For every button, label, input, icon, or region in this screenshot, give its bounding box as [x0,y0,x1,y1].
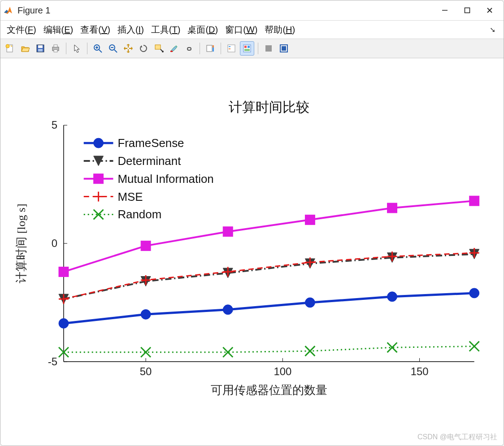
svg-rect-30 [229,48,230,49]
maximize-button[interactable] [456,3,478,17]
toolbar [0,39,504,58]
svg-text:0: 0 [52,237,57,249]
series-FrameSense [59,288,479,328]
menu-tools[interactable]: 工具(T) [148,23,183,37]
hide-tools-icon[interactable] [262,42,275,55]
svg-text:Determinant: Determinant [117,155,181,167]
svg-text:150: 150 [411,365,429,377]
figure-window: Figure 1 文件(F) 编辑(E) 查看(V) 插入(I) 工具(T) 桌… [0,0,504,446]
svg-point-60 [469,288,479,298]
colorbar-icon[interactable] [204,42,217,55]
menu-file[interactable]: 文件(F) [4,23,39,37]
svg-text:100: 100 [274,365,291,377]
svg-rect-72 [469,196,479,206]
svg-rect-68 [141,241,151,251]
minimize-button[interactable] [434,3,456,17]
svg-point-98 [94,138,104,148]
save-icon[interactable] [34,42,47,55]
svg-point-57 [223,305,233,315]
window-title: Figure 1 [17,5,434,16]
pointer-icon[interactable] [70,42,83,55]
data-cursor-icon[interactable] [152,42,165,55]
titlebar: Figure 1 [0,0,504,21]
toolbar-separator [258,43,258,54]
svg-rect-34 [244,49,250,51]
svg-text:-5: -5 [48,355,57,368]
svg-point-58 [305,298,315,307]
new-figure-icon[interactable] [3,42,17,55]
pan-icon[interactable] [122,42,135,55]
svg-text:可用传感器位置的数量: 可用传感器位置的数量 [211,384,327,397]
toolbar-separator [221,43,221,54]
svg-rect-37 [282,46,286,51]
svg-rect-9 [38,49,43,52]
menu-edit[interactable]: 编辑(E) [41,23,76,37]
menu-insert[interactable]: 插入(I) [115,23,147,37]
menu-help[interactable]: 帮助(H) [262,23,298,37]
svg-text:FrameSense: FrameSense [117,137,184,149]
svg-rect-35 [265,45,272,52]
svg-text:50: 50 [140,365,152,377]
svg-point-23 [162,51,164,52]
toolbar-separator [87,43,87,54]
svg-text:计算时间 [log s]: 计算时间 [log s] [15,204,28,283]
open-icon[interactable] [18,42,32,55]
menu-window[interactable]: 窗口(W) [222,23,260,37]
svg-rect-24 [170,51,173,52]
svg-rect-25 [207,45,212,52]
svg-line-14 [99,50,102,52]
svg-rect-70 [305,215,315,225]
series-Random [59,342,479,357]
axes-area[interactable]: 计算时间比较50100150-505可用传感器位置的数量计算时间 [log s]… [0,58,504,446]
print-icon[interactable] [49,42,62,55]
svg-rect-1 [465,8,470,13]
legend-icon[interactable] [225,42,238,55]
svg-rect-21 [155,45,161,49]
svg-rect-69 [223,227,233,237]
legend[interactable]: FrameSenseDeterminantMutual InformationM… [84,137,214,221]
svg-point-55 [59,318,69,328]
svg-rect-71 [387,203,397,213]
toolbar-separator [66,43,66,54]
svg-text:Mutual Information: Mutual Information [117,173,213,185]
svg-rect-11 [54,45,57,47]
svg-rect-8 [38,45,43,48]
watermark-text: CSDN @电气工程研习社 [417,433,497,442]
svg-rect-67 [59,267,69,277]
link-icon[interactable] [182,42,196,55]
menu-view[interactable]: 查看(V) [78,23,113,37]
close-button[interactable] [478,3,501,17]
rotate-icon[interactable] [137,42,150,55]
zoom-out-icon[interactable] [106,42,120,55]
svg-rect-32 [244,46,247,48]
svg-point-59 [387,292,397,302]
menubar: 文件(F) 编辑(E) 查看(V) 插入(I) 工具(T) 桌面(D) 窗口(W… [0,21,504,39]
svg-line-18 [114,50,117,52]
dock-arrow-icon[interactable]: ➘ [490,26,500,34]
brush-icon[interactable] [167,42,181,55]
toolbar-separator [200,43,200,54]
plot-browser-icon[interactable] [240,41,254,56]
svg-rect-12 [54,50,57,52]
show-tools-icon[interactable] [277,42,291,55]
svg-point-6 [6,44,9,48]
svg-rect-104 [94,174,104,184]
svg-point-56 [141,309,151,319]
zoom-in-icon[interactable] [91,42,104,55]
svg-rect-29 [229,46,230,47]
svg-text:Random: Random [117,208,161,221]
menu-desktop[interactable]: 桌面(D) [185,23,221,37]
chart: 计算时间比较50100150-505可用传感器位置的数量计算时间 [log s]… [0,58,504,446]
svg-text:5: 5 [52,119,57,131]
svg-text:MSE: MSE [117,191,143,203]
svg-text:计算时间比较: 计算时间比较 [229,100,309,114]
svg-rect-27 [213,45,214,48]
matlab-icon [3,5,13,15]
svg-rect-33 [248,46,250,48]
